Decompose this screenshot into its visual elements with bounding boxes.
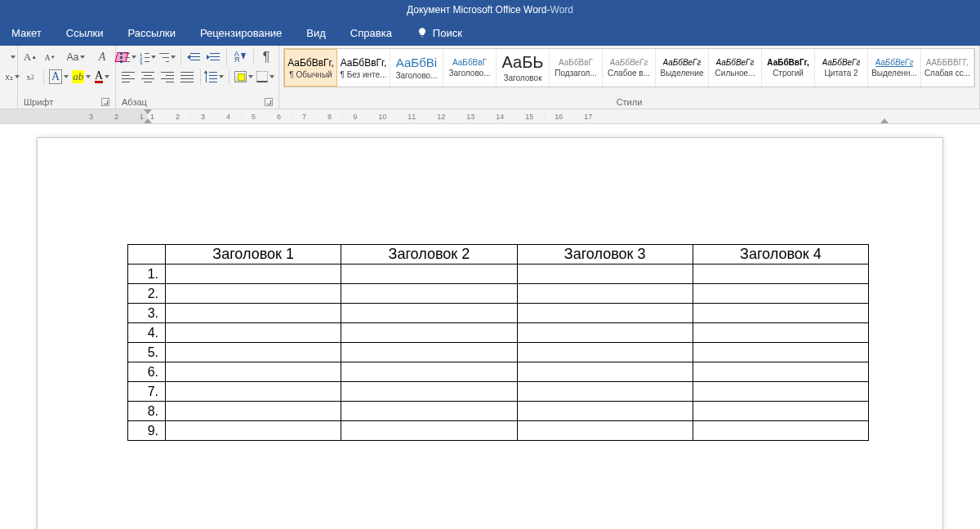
tab-help[interactable]: Справка <box>347 22 395 44</box>
styles-gallery[interactable]: АаБбВвГг,¶ ОбычныйАаБбВвГг,¶ Без инте...… <box>283 48 975 87</box>
style-item[interactable]: АаБбВвГЗаголово... <box>443 49 497 87</box>
table-row[interactable]: 9. <box>128 421 869 441</box>
row-number-cell[interactable]: 2. <box>128 284 166 304</box>
table-header-cell[interactable]: Заголовок 3 <box>517 245 693 264</box>
table-cell[interactable] <box>693 284 868 304</box>
paste-dropdown[interactable] <box>4 49 20 65</box>
table-cell[interactable] <box>517 421 693 441</box>
sort-button[interactable]: AЯ <box>232 49 248 65</box>
document-area[interactable]: Заголовок 1 Заголовок 2 Заголовок 3 Заго… <box>0 124 980 529</box>
subscript-dropdown[interactable]: x₂ <box>4 69 20 85</box>
table-row[interactable]: 6. <box>128 362 869 382</box>
table-cell[interactable] <box>517 382 693 402</box>
table-cell[interactable] <box>341 304 517 323</box>
tab-references[interactable]: Ссылки <box>63 22 107 44</box>
row-number-cell[interactable]: 5. <box>128 343 166 362</box>
multilevel-list-button[interactable] <box>159 49 176 65</box>
style-item[interactable]: АаБбВеГгВыделение <box>656 49 709 87</box>
style-item[interactable]: АаБбВвГг,Строгий <box>762 49 815 87</box>
table-cell[interactable] <box>517 284 693 304</box>
row-number-cell[interactable]: 1. <box>128 264 166 284</box>
table-cell[interactable] <box>166 421 341 441</box>
shading-button[interactable] <box>234 69 254 85</box>
document-table[interactable]: Заголовок 1 Заголовок 2 Заголовок 3 Заго… <box>127 244 869 441</box>
table-cell[interactable] <box>693 323 868 343</box>
table-row[interactable]: 3. <box>128 304 869 323</box>
align-center-button[interactable] <box>140 69 156 85</box>
style-item[interactable]: АаБбВеГгСильное... <box>709 49 762 87</box>
style-item[interactable]: АаБЬЗаголовок <box>497 49 550 87</box>
table-header-cell[interactable]: Заголовок 4 <box>693 245 868 264</box>
table-cell[interactable] <box>517 323 693 343</box>
text-effects-button[interactable]: A <box>49 69 69 85</box>
table-header-row[interactable]: Заголовок 1 Заголовок 2 Заголовок 3 Заго… <box>128 245 869 264</box>
table-cell[interactable] <box>166 382 341 402</box>
style-item[interactable]: АаБбВвГПодзагол... <box>550 49 603 87</box>
style-item[interactable]: ААББВВГГ,Слабая сс... <box>921 49 974 87</box>
tab-layout[interactable]: Макет <box>8 22 45 44</box>
row-number-cell[interactable]: 6. <box>128 362 166 382</box>
table-cell[interactable] <box>693 343 868 362</box>
align-left-button[interactable] <box>120 69 136 85</box>
increase-indent-button[interactable] <box>205 49 221 65</box>
table-cell[interactable] <box>341 264 517 284</box>
style-item[interactable]: АаБбВіЗаголово... <box>390 49 443 87</box>
table-cell[interactable] <box>517 343 693 362</box>
font-dialog-launcher[interactable] <box>101 98 109 106</box>
table-cell[interactable] <box>693 362 868 382</box>
table-cell[interactable] <box>693 304 868 323</box>
table-row[interactable]: 7. <box>128 382 869 402</box>
style-item[interactable]: АаБбВвГг,¶ Обычный <box>284 49 337 87</box>
font-color-button[interactable]: A <box>94 69 110 85</box>
style-item[interactable]: АаБбВеГгВыделенн... <box>868 49 921 87</box>
tab-review[interactable]: Рецензирование <box>197 22 285 44</box>
table-cell[interactable] <box>341 323 517 343</box>
style-item[interactable]: АаБбВеГгСлабое в... <box>603 49 656 87</box>
decrease-indent-button[interactable] <box>185 49 202 65</box>
change-case-button[interactable]: Aa <box>68 49 84 65</box>
table-row[interactable]: 2. <box>128 284 869 304</box>
table-row[interactable]: 4. <box>128 323 869 343</box>
style-item[interactable]: АаБбВвГг,¶ Без инте... <box>337 49 390 87</box>
row-number-cell[interactable]: 8. <box>128 402 166 421</box>
table-cell[interactable] <box>517 362 693 382</box>
clear-formatting-button[interactable] <box>94 49 110 65</box>
table-cell[interactable] <box>693 402 868 421</box>
superscript-button[interactable]: x2 <box>22 69 38 85</box>
line-spacing-button[interactable] <box>206 69 224 85</box>
borders-button[interactable] <box>256 69 274 85</box>
table-cell[interactable] <box>517 304 693 323</box>
align-justify-button[interactable] <box>179 69 195 85</box>
highlight-button[interactable]: ab <box>72 69 91 85</box>
table-cell[interactable] <box>166 343 341 362</box>
table-cell[interactable] <box>341 402 517 421</box>
style-item[interactable]: АаБбВеГгЦитата 2 <box>815 49 868 87</box>
row-number-cell[interactable]: 9. <box>128 421 166 441</box>
table-header-cell[interactable]: Заголовок 1 <box>166 245 341 264</box>
row-number-cell[interactable]: 3. <box>128 304 166 323</box>
table-cell[interactable] <box>128 245 166 264</box>
bullets-button[interactable] <box>120 49 136 65</box>
tab-view[interactable]: Вид <box>303 22 329 44</box>
row-number-cell[interactable]: 4. <box>128 323 166 343</box>
table-header-cell[interactable]: Заголовок 2 <box>341 245 517 264</box>
row-number-cell[interactable]: 7. <box>128 382 166 402</box>
table-cell[interactable] <box>517 402 693 421</box>
table-cell[interactable] <box>693 264 868 284</box>
table-cell[interactable] <box>693 382 868 402</box>
table-cell[interactable] <box>341 362 517 382</box>
table-cell[interactable] <box>341 421 517 441</box>
table-cell[interactable] <box>341 382 517 402</box>
table-cell[interactable] <box>517 264 693 284</box>
tell-me[interactable]: Поиск <box>413 22 466 44</box>
align-right-button[interactable] <box>159 69 176 85</box>
page[interactable]: Заголовок 1 Заголовок 2 Заголовок 3 Заго… <box>37 137 943 529</box>
right-indent-marker[interactable] <box>880 118 889 123</box>
show-hide-button[interactable]: ¶ <box>258 49 274 65</box>
table-row[interactable]: 8. <box>128 402 869 421</box>
paragraph-dialog-launcher[interactable] <box>265 98 273 106</box>
table-cell[interactable] <box>166 304 341 323</box>
table-row[interactable]: 1. <box>128 264 869 284</box>
table-cell[interactable] <box>341 343 517 362</box>
grow-font-button[interactable]: A▲ <box>22 49 38 65</box>
